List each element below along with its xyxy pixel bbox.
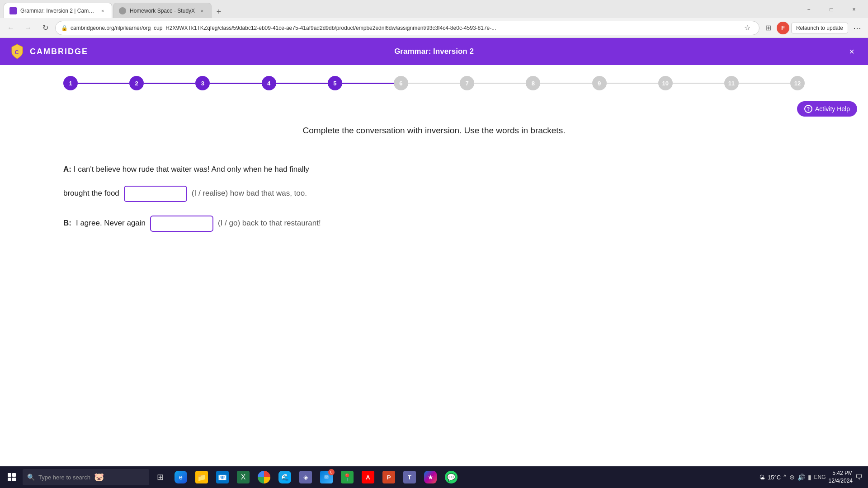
back-button[interactable]: ← xyxy=(4,21,18,35)
step-2: 2 xyxy=(129,76,144,90)
dialogue: A: I can't believe how rude that waiter … xyxy=(63,163,805,232)
step-line-2-3 xyxy=(144,83,195,84)
step-1: 1 xyxy=(63,76,78,90)
answer-input-1[interactable] xyxy=(124,186,187,202)
taskbar-app-files[interactable]: 📁 xyxy=(192,467,212,487)
reload-button[interactable]: ↻ xyxy=(38,21,52,35)
mail-badge: 8 xyxy=(328,469,335,475)
adobe-icon: A xyxy=(362,471,374,483)
cambridge-header: C CAMBRIDGE Grammar: Inversion 2 × xyxy=(0,38,868,65)
taskbar-pig-icon: 🐷 xyxy=(94,472,104,482)
whatsapp-icon: 💬 xyxy=(445,471,458,483)
step-line-8-9 xyxy=(540,83,592,84)
activity-help-container: ? Activity Help xyxy=(0,98,868,117)
maps-icon: 📍 xyxy=(341,471,354,483)
bookmark-icon[interactable]: ☆ xyxy=(741,22,754,34)
hint-1: (I / realise) how bad that was, too. xyxy=(192,187,307,201)
taskbar-app-ppt[interactable]: P xyxy=(379,467,399,487)
edge2-icon: 🌊 xyxy=(278,471,291,483)
url-text: cambridgeone.org/nlp/learner/org_cup_H2X… xyxy=(71,25,738,31)
minimize-button[interactable]: − xyxy=(798,3,819,16)
hint-2: (I / go) back to that restaurant! xyxy=(218,216,321,230)
maximize-button[interactable]: □ xyxy=(821,3,842,16)
teams-icon: T xyxy=(403,471,416,483)
system-tray-icons: ^ ⊛ 🔊 ▮ xyxy=(783,474,811,481)
help-circle-icon: ? xyxy=(804,105,812,113)
dialogue-a-text: I can't believe how rude that waiter was… xyxy=(74,165,309,174)
taskbar-app-excel[interactable]: X xyxy=(233,467,253,487)
taskbar-app-photos[interactable]: ★ xyxy=(420,467,440,487)
step-line-4-5 xyxy=(276,83,328,84)
step-8: 8 xyxy=(526,76,540,90)
taskbar-app-maps[interactable]: 📍 xyxy=(337,467,357,487)
tab-title-active: Grammar: Inversion 2 | Cambri... xyxy=(20,8,95,14)
chevron-up-icon[interactable]: ^ xyxy=(783,474,787,481)
activity-help-button[interactable]: ? Activity Help xyxy=(797,101,857,117)
photos-icon: ★ xyxy=(424,471,437,483)
unknown-icon: ◈ xyxy=(299,471,312,483)
step-5: 5 xyxy=(328,76,342,90)
clock-date: 12/4/2024 xyxy=(829,477,853,485)
step-6: 6 xyxy=(394,76,408,90)
close-window-button[interactable]: × xyxy=(844,3,864,16)
speaker-a: A: xyxy=(63,165,71,174)
taskbar-search-icon: 🔍 xyxy=(27,474,35,481)
taskbar-search[interactable]: 🔍 Type here to search 🐷 xyxy=(23,469,149,485)
step-line-9-10 xyxy=(607,83,658,84)
window-controls: − □ × xyxy=(798,3,864,18)
edge-icon: e xyxy=(175,471,187,483)
taskbar-right: 🌤 15°C ^ ⊛ 🔊 ▮ ENG 5:42 PM 12/4/2024 🗨 xyxy=(759,469,866,485)
step-line-7-8 xyxy=(474,83,526,84)
taskbar: 🔍 Type here to search 🐷 ⊞ e 📁 📧 X 🌊 ◈ xyxy=(0,466,868,488)
chrome-icon xyxy=(258,471,270,483)
taskbar-app-adobe[interactable]: A xyxy=(358,467,378,487)
taskbar-app-unknown[interactable]: ◈ xyxy=(296,467,316,487)
tab-close-active[interactable]: × xyxy=(99,7,106,14)
header-title: Grammar: Inversion 2 xyxy=(394,47,474,56)
tab-title-inactive: Homework Space - StudyX xyxy=(130,8,195,14)
taskbar-app-outlook[interactable]: 📧 xyxy=(212,467,232,487)
cambridge-logo: C CAMBRIDGE xyxy=(9,43,88,60)
collection-icon[interactable]: ⊞ xyxy=(762,22,775,34)
scrollable-area[interactable]: 1 2 3 4 5 6 7 8 9 10 11 xyxy=(0,65,868,466)
header-close-button[interactable]: × xyxy=(844,44,859,59)
tab-active[interactable]: Grammar: Inversion 2 | Cambri... × xyxy=(4,3,112,18)
answer-input-2[interactable] xyxy=(150,216,213,232)
network-icon[interactable]: ⊛ xyxy=(789,474,795,481)
step-11: 11 xyxy=(724,76,739,90)
step-10: 10 xyxy=(658,76,673,90)
taskbar-app-teams[interactable]: T xyxy=(400,467,420,487)
tab-inactive[interactable]: Homework Space - StudyX × xyxy=(113,3,212,18)
taskbar-app-whatsapp[interactable]: 💬 xyxy=(441,467,461,487)
step-line-11-12 xyxy=(739,83,790,84)
nav-bar: ← → ↻ 🔒 cambridgeone.org/nlp/learner/org… xyxy=(0,18,868,38)
tab-close-inactive[interactable]: × xyxy=(198,7,206,14)
taskbar-app-edge[interactable]: e xyxy=(171,467,191,487)
exercise-container: Complete the conversation with inversion… xyxy=(0,117,868,259)
dialogue-a-text2: brought the food xyxy=(63,187,119,201)
notification-icon[interactable]: 🗨 xyxy=(855,473,863,481)
volume-icon[interactable]: 🔊 xyxy=(797,474,805,481)
weather-temp: 15°C xyxy=(768,474,781,481)
browser-menu-button[interactable]: ⋯ xyxy=(850,21,864,35)
taskbar-app-edge2[interactable]: 🌊 xyxy=(275,467,295,487)
address-bar[interactable]: 🔒 cambridgeone.org/nlp/learner/org_cup_H… xyxy=(55,21,760,35)
taskview-button[interactable]: ⊞ xyxy=(150,467,170,487)
tab-favicon-studyx xyxy=(119,7,126,14)
taskbar-app-mail[interactable]: ✉ 8 xyxy=(316,467,336,487)
profile-button[interactable]: F xyxy=(777,22,789,34)
new-tab-button[interactable]: + xyxy=(212,5,225,18)
lock-icon: 🔒 xyxy=(61,25,68,31)
ppt-icon: P xyxy=(382,471,395,483)
svg-text:C: C xyxy=(15,49,20,56)
tab-favicon-cambridge xyxy=(9,7,17,14)
forward-button[interactable]: → xyxy=(21,21,35,35)
start-button[interactable] xyxy=(2,467,22,487)
speaker-b: B: xyxy=(63,216,71,230)
battery-icon[interactable]: ▮ xyxy=(808,474,811,481)
taskbar-clock: 5:42 PM 12/4/2024 xyxy=(829,469,853,485)
progress-stepper: 1 2 3 4 5 6 7 8 9 10 11 xyxy=(0,65,868,98)
taskview-icon: ⊞ xyxy=(154,471,166,483)
taskbar-app-chrome[interactable] xyxy=(254,467,274,487)
relaunch-button[interactable]: Relaunch to update xyxy=(791,23,848,33)
